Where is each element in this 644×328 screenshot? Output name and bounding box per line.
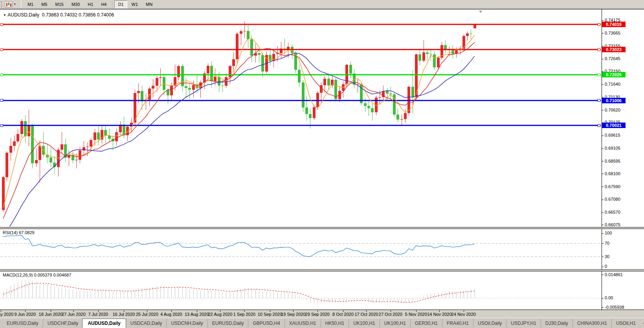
price-level-badge: 0.74019 <box>602 22 626 27</box>
chart-tab-usdcnh-daily[interactable]: USDCNH,Daily <box>166 319 207 328</box>
price-axis-label: 0.72645 <box>605 56 620 61</box>
price-axis-label: 0.70620 <box>605 108 620 112</box>
chart-tab-gbpusd-h4[interactable]: GBPUSD,H4 <box>248 319 284 328</box>
chart-tab-fra40-h1[interactable]: FRA40,H1 <box>442 319 473 328</box>
chart-tab-usdjpy-h1[interactable]: USDJPY,H1 <box>506 319 540 328</box>
chart-tab-ger30-h1[interactable]: GER30,H1 <box>410 319 442 328</box>
price-level-badge: 0.72026 <box>602 72 626 77</box>
chart-tab-eurusd-daily[interactable]: EURUSD,Daily <box>207 319 248 328</box>
price-axis-label: 0.66570 <box>605 210 620 214</box>
price-level-badge: 0.70021 <box>602 123 626 128</box>
price-axis-tick <box>602 59 604 59</box>
chart-tab-bar: EURUSD,DailyUSDCHF,DailyAUDUSD,DailyUSDC… <box>0 318 644 328</box>
macd-axis-label: 0.014861 <box>605 272 623 277</box>
price-axis-label: 0.73665 <box>605 31 620 35</box>
price-axis-label: 0.71640 <box>605 82 620 86</box>
chart-tab-usoil-daily[interactable]: USOil,Daily <box>473 319 506 328</box>
timeframe-button-w1[interactable]: W1 <box>128 0 142 8</box>
price-axis-label: 0.68595 <box>605 159 620 163</box>
timeframe-button-mn[interactable]: MN <box>142 0 156 8</box>
chart-tab-uk100-h1[interactable]: UK100,H1 <box>380 319 410 328</box>
panel-splitter-rsi[interactable] <box>0 227 644 229</box>
price-axis-border <box>602 9 602 310</box>
price-axis-label: 0.67590 <box>605 184 620 189</box>
price-axis-tick <box>602 174 604 174</box>
price-axis-tick <box>602 20 604 21</box>
line-handle[interactable] <box>0 124 3 127</box>
line-handle[interactable] <box>598 23 600 26</box>
chart-title: ▼ AUDUSD,Daily 0.73863 0.74032 0.73856 0… <box>3 12 114 18</box>
date-axis[interactable]: 30 May 20209 Jun 202018 Jun 202027 Jun 2… <box>0 310 644 318</box>
line-handle[interactable] <box>0 99 3 102</box>
chart-type-icon[interactable] <box>5 1 13 7</box>
price-axis-tick <box>602 148 604 149</box>
toolbar: ▼ M1M5M15M30H1H4D1W1MN <box>0 0 644 9</box>
timeframe-button-m1[interactable]: M1 <box>24 0 37 8</box>
price-axis-label: 0.66075 <box>605 222 620 227</box>
chart-type-dropdown-arrow-icon[interactable]: ▼ <box>13 3 16 5</box>
price-axis-tick <box>602 110 604 110</box>
timeframe-button-row: M1M5M15M30H1H4D1W1MN <box>24 0 156 8</box>
price-axis-tick <box>602 136 604 136</box>
line-handle[interactable] <box>598 73 600 76</box>
chart-title-caret-icon: ▼ <box>3 13 6 17</box>
chart-tab-eurusd-daily[interactable]: EURUSD,Daily <box>2 319 43 328</box>
timeframe-button-h1[interactable]: H1 <box>84 0 97 8</box>
price-axis-tick <box>602 46 604 46</box>
chart-tab-hk50-h1[interactable]: HK50,H1 <box>321 319 349 328</box>
macd-axis-tick <box>602 298 604 299</box>
line-handle[interactable] <box>0 73 3 76</box>
rsi-axis-tick <box>602 243 604 244</box>
line-handle[interactable] <box>598 48 600 51</box>
line-handle[interactable] <box>598 99 600 102</box>
price-axis-label: 0.67080 <box>605 197 620 202</box>
price-level-badge: 0.71006 <box>602 98 626 103</box>
timeframe-button-m30[interactable]: M30 <box>68 0 83 8</box>
toolbar-separator <box>21 1 21 8</box>
timeframe-button-m15[interactable]: M15 <box>52 0 67 8</box>
toolbar-grip[interactable] <box>1 1 3 7</box>
price-axis-tick <box>602 225 604 225</box>
price-axis-tick <box>602 200 604 200</box>
rsi-axis-label: 30 <box>605 254 609 259</box>
chart-tab-china300-h1[interactable]: CHINA300,H1 <box>572 319 611 328</box>
price-axis-tick <box>602 187 604 187</box>
rsi-axis-label: 70 <box>605 241 609 246</box>
price-axis-tick <box>602 161 604 161</box>
rsi-axis-tick <box>602 257 604 257</box>
chart-tab-dj30-daily[interactable]: DJ30,Daily <box>541 319 572 328</box>
macd-indicator-label: MACD(12,26,9) 0.005379 0.004687 <box>3 273 71 277</box>
price-axis-label: 0.68100 <box>605 171 620 176</box>
line-handle[interactable] <box>0 23 3 26</box>
chart-tab-usoil-h1[interactable]: USOil,H1 <box>611 319 640 328</box>
macd-axis-tick <box>602 307 604 308</box>
rsi-indicator-label: RSI(14) 67.0829 <box>3 230 35 235</box>
panel-splitter-macd[interactable] <box>0 269 644 271</box>
chart-area[interactable] <box>0 9 644 310</box>
timeframe-button-m5[interactable]: M5 <box>38 0 51 8</box>
chart-tab-usdcad-daily[interactable]: USDCAD,Daily <box>126 319 167 328</box>
macd-axis-label: -0.005938 <box>605 305 624 310</box>
rsi-axis-label: 100 <box>605 231 612 235</box>
toolbar-divider <box>112 1 112 8</box>
price-level-badge: 0.73023 <box>602 47 626 52</box>
timeframe-button-d1[interactable]: D1 <box>114 0 127 8</box>
chart-ohlc-values: 0.73863 0.74032 0.73856 0.74006 <box>42 12 114 18</box>
line-handle[interactable] <box>0 48 3 51</box>
chart-tab-uk100-h1[interactable]: UK100,H1 <box>349 319 379 328</box>
price-axis-label: 0.69615 <box>605 133 620 137</box>
chart-tab-xauusd-h1[interactable]: XAUUSD,H1 <box>284 319 321 328</box>
price-axis-tick <box>602 213 604 213</box>
chart-shift-marker-icon <box>479 11 482 13</box>
price-axis-tick <box>602 84 604 85</box>
rsi-axis-label: 0 <box>605 264 607 269</box>
macd-axis-label: 0.00 <box>605 295 613 300</box>
tab-scroll-left-icon[interactable]: ◄ <box>642 321 644 325</box>
line-handle[interactable] <box>598 124 600 127</box>
price-axis-tick <box>602 33 604 33</box>
chart-tab-usdchf-daily[interactable]: USDCHF,Daily <box>43 319 83 328</box>
timeframe-button-h4[interactable]: H4 <box>97 0 110 8</box>
date-axis-label: 24 Nov 2020 <box>448 312 479 317</box>
chart-symbol-period: AUDUSD,Daily <box>7 12 39 18</box>
chart-tab-audusd-daily[interactable]: AUDUSD,Daily <box>82 319 126 328</box>
